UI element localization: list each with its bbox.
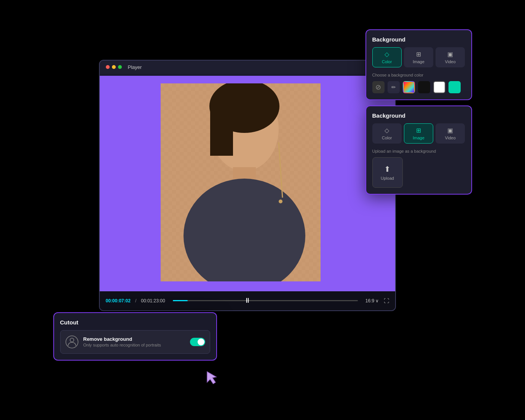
tab-image-label: Image [413,59,424,64]
svg-point-9 [70,338,74,342]
tab-video-label: Video [445,59,456,64]
cutout-text: Remove background Only supports auto rec… [83,336,185,347]
upload-button[interactable]: ⬆ Upload [372,157,403,188]
player-title: Player [128,64,142,70]
swatch-black[interactable] [418,81,430,93]
bg-panel-image: Background ◇ Color ⊞ Image ▣ Video Uploa… [365,105,472,195]
color-tab-icon: ◇ [385,51,389,58]
svg-marker-10 [207,372,216,384]
image-tab-icon: ⊞ [416,51,421,58]
remove-bg-desc: Only supports auto recognition of portra… [83,343,185,347]
time-current: 00:00:07:02 [106,298,131,303]
aspect-ratio[interactable]: 16:9 ∨ [365,298,379,303]
tab-video[interactable]: ▣ Video [436,47,465,67]
svg-rect-3 [210,106,233,156]
color-swatches: ⊘ ✏ [372,81,465,93]
upload-label: Upload [381,176,394,180]
bg-image-tab-row: ◇ Color ⊞ Image ▣ Video [372,123,465,144]
checkerboard-bg [161,83,321,281]
bg-color-panel-title: Background [372,36,465,43]
image-section-label: Upload an image as a background [372,149,465,153]
toggle-thumb [198,339,204,345]
swatch-teal[interactable] [448,81,461,93]
bg-color-tab-row: ◇ Color ⊞ Image ▣ Video [372,47,465,67]
cutout-portrait-icon [65,335,79,349]
video-tab-icon: ▣ [447,51,453,58]
tab-color-label: Color [382,59,392,64]
player-titlebar: Player [100,61,395,74]
tab-image[interactable]: ⊞ Image [404,47,433,67]
color-tab-icon-2: ◇ [385,127,389,134]
upload-icon: ⬆ [384,164,391,174]
bg-panel-color: Background ◇ Color ⊞ Image ▣ Video Choos… [365,29,472,100]
tab-color[interactable]: ◇ Color [372,47,402,67]
maximize-dot[interactable] [118,65,122,69]
remove-bg-title: Remove background [83,336,185,342]
swatch-rainbow[interactable] [403,81,415,93]
fullscreen-button[interactable]: ⛶ [384,298,389,304]
bg-image-panel-title: Background [372,112,465,119]
tab-video-label-2: Video [445,136,456,140]
time-total: 00:01:23:00 [141,298,165,303]
tab-image-label-2: Image [413,136,424,140]
progress-bar[interactable] [173,300,358,301]
remove-bg-toggle[interactable] [190,338,205,346]
image-tab-icon-2: ⊞ [416,127,421,134]
tab-image-2[interactable]: ⊞ Image [404,123,433,144]
player-window: Player [99,60,396,311]
close-dot[interactable] [106,65,110,69]
progress-fill [173,300,188,301]
cutout-panel: Cutout Remove background Only supports a… [53,312,217,361]
swatch-none[interactable]: ⊘ [372,81,385,93]
tab-video-2[interactable]: ▣ Video [436,123,465,144]
minimize-dot[interactable] [112,65,116,69]
svg-point-7 [279,200,282,203]
cutout-panel-title: Cutout [60,319,210,326]
tab-color-2[interactable]: ◇ Color [372,123,402,144]
cutout-row: Remove background Only supports auto rec… [60,330,210,354]
player-visual [100,76,395,291]
pause-button[interactable]: ⏸ [244,297,251,305]
video-tab-icon-2: ▣ [447,127,453,134]
color-section-label: Choose a background color [372,73,465,77]
swatch-white[interactable] [433,81,445,93]
player-controls: 00:00:07:02 / 00:01:23:00 ⏸ 16:9 ∨ ⛶ [100,291,395,310]
swatch-eyedropper[interactable]: ✏ [388,81,400,93]
window-controls [106,65,122,69]
tab-color-label-2: Color [382,136,392,140]
portrait-svg [161,83,321,281]
left-purple [100,76,161,291]
